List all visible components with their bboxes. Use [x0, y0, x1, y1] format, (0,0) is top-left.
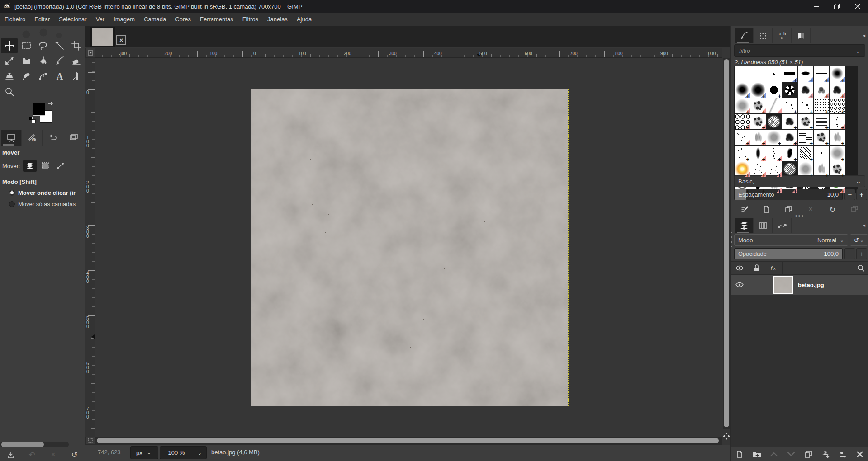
brush-grunge[interactable] — [798, 114, 813, 129]
search-layers-icon[interactable] — [853, 261, 868, 275]
vertical-ruler[interactable]: 01 0 02 0 03 0 04 0 05 0 06 0 07 0 0 — [85, 58, 95, 437]
tab-channels[interactable] — [754, 218, 773, 233]
brush-noise[interactable] — [782, 161, 797, 177]
tab-paths[interactable] — [773, 218, 792, 233]
tool-eraser[interactable] — [68, 53, 85, 69]
brush-grunge[interactable] — [814, 130, 829, 145]
brush-soft[interactable] — [830, 66, 845, 82]
effects-header-icon[interactable]: fx — [765, 261, 783, 275]
vertical-scrollbar[interactable] — [723, 58, 730, 429]
restore-tool-options-icon[interactable]: ↶ — [27, 450, 37, 460]
layer-list-empty-area[interactable] — [731, 295, 868, 447]
brush-blank[interactable] — [735, 66, 750, 82]
layer-row[interactable]: betao.jpg — [731, 275, 868, 295]
navigation-preview-button[interactable] — [722, 430, 730, 442]
menu-item[interactable]: Ficheiro — [0, 13, 30, 26]
brush-dots-sparse[interactable] — [798, 98, 813, 113]
menu-item[interactable]: Ferramentas — [195, 13, 238, 26]
brush-star[interactable] — [782, 82, 797, 98]
mode-switch-button[interactable]: ↺⌄ — [850, 234, 868, 246]
ruler-origin-button[interactable] — [85, 48, 95, 58]
minimize-button[interactable] — [806, 0, 826, 13]
tool-rectangle-select[interactable] — [18, 38, 34, 53]
tool-smudge[interactable] — [18, 69, 34, 84]
brush-wisps[interactable] — [830, 130, 845, 145]
tool-move[interactable] — [1, 38, 18, 53]
menu-item[interactable]: Selecionar — [54, 13, 91, 26]
brush-splat[interactable] — [830, 82, 845, 98]
layer-visibility-icon[interactable] — [731, 281, 748, 288]
brush-wisps[interactable] — [814, 161, 829, 177]
new-layer-icon[interactable] — [734, 449, 745, 460]
raise-layer-icon[interactable] — [768, 449, 780, 460]
add-mask-icon[interactable] — [837, 449, 849, 460]
brush-specks-col[interactable] — [766, 146, 782, 161]
brush-bar[interactable] — [782, 66, 797, 82]
spacing-decrease-button[interactable]: − — [844, 189, 855, 200]
reset-tool-options-icon[interactable]: ↺ — [70, 450, 80, 460]
brush-dashes[interactable] — [735, 130, 750, 145]
save-tool-options-icon[interactable] — [6, 450, 16, 460]
tool-clone[interactable] — [1, 69, 18, 84]
lock-header-icon[interactable] — [748, 261, 765, 275]
canvas-image[interactable] — [251, 89, 568, 406]
tab-gradients[interactable] — [792, 28, 811, 43]
menu-item[interactable]: Editar — [30, 13, 54, 26]
visibility-header-icon[interactable] — [731, 261, 748, 275]
tool-paths[interactable] — [34, 69, 51, 84]
brush-smoke[interactable] — [766, 130, 782, 145]
tab-layers[interactable] — [735, 218, 754, 233]
menu-item[interactable]: Ajuda — [292, 13, 316, 26]
collapse-dock-icon[interactable]: ◂ — [863, 33, 865, 38]
brush-hatch[interactable] — [814, 114, 829, 129]
brush-dot[interactable] — [766, 66, 782, 82]
brush-lines-h[interactable] — [798, 130, 813, 145]
menu-item[interactable]: Cores — [171, 13, 195, 26]
brush-smoke[interactable] — [735, 98, 750, 113]
brush-filter-input[interactable]: filtro ⌄ — [734, 44, 865, 57]
lower-layer-icon[interactable] — [785, 449, 797, 460]
brush-fuzzy[interactable] — [750, 82, 766, 98]
brush-smoke[interactable] — [798, 161, 813, 177]
quick-mask-toggle[interactable] — [85, 437, 95, 445]
brush-smoke[interactable] — [830, 146, 845, 161]
opacity-decrease-button[interactable]: − — [844, 248, 855, 259]
brush-dot[interactable] — [814, 146, 829, 161]
tab-undo-history[interactable] — [43, 130, 63, 146]
chevron-down-icon[interactable]: ⌄ — [855, 47, 860, 54]
spacing-increase-button[interactable]: + — [856, 189, 867, 200]
brush-streak[interactable] — [766, 98, 782, 113]
new-group-icon[interactable] — [751, 449, 763, 460]
radio-move-pick[interactable]: Mover onde clicar (ir — [0, 187, 85, 198]
brush-dots[interactable] — [814, 98, 829, 113]
brush-specks[interactable] — [766, 161, 782, 177]
move-target-selection-button[interactable] — [38, 160, 52, 172]
tab-fonts[interactable]: abc — [773, 28, 792, 43]
brush-wisps[interactable] — [750, 130, 766, 145]
image-tab-close-icon[interactable]: × — [116, 35, 126, 45]
brush-ink[interactable] — [782, 146, 797, 161]
tool-fuzzy-select[interactable] — [51, 38, 68, 53]
tab-patterns[interactable] — [754, 28, 773, 43]
opacity-slider[interactable]: Opacidade 100,0 — [734, 248, 843, 259]
brush-noise[interactable] — [766, 114, 782, 129]
unit-dropdown[interactable]: px⌄ — [130, 446, 158, 459]
image-tab[interactable] — [90, 27, 115, 47]
menu-item[interactable]: Camada — [139, 13, 171, 26]
brush-grunge[interactable] — [830, 161, 845, 177]
tool-free-select[interactable] — [34, 38, 51, 53]
tool-options-scrollbar[interactable] — [0, 442, 69, 447]
brush-specks-col[interactable] — [830, 114, 845, 129]
chevron-down-icon[interactable]: ⌄ — [193, 449, 206, 456]
collapse-dock-icon[interactable]: ◂ — [863, 222, 865, 228]
spacing-slider[interactable]: Espaçamento 10,0 — [734, 189, 843, 200]
menu-item[interactable]: Ver — [91, 13, 109, 26]
duplicate-layer-icon[interactable] — [802, 449, 814, 460]
merge-down-icon[interactable] — [820, 449, 831, 460]
layer-mode-dropdown[interactable]: Modo Normal ⌄ — [734, 234, 848, 246]
image-viewport[interactable] — [95, 58, 722, 437]
brush-sun[interactable] — [735, 161, 750, 177]
brush-splat-lt[interactable] — [814, 82, 829, 98]
brush-line[interactable] — [814, 66, 829, 82]
foreground-color-swatch[interactable] — [33, 103, 45, 116]
